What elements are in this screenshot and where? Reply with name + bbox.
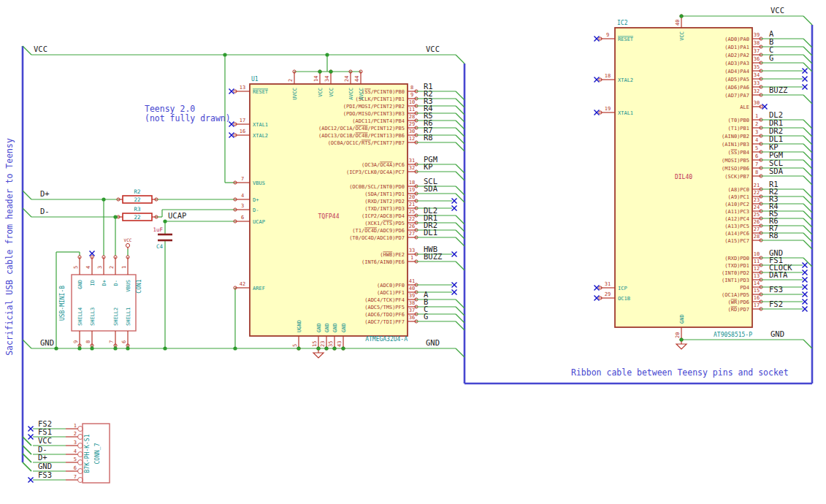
bus-entry [803, 160, 812, 169]
net-label-SDA: SDA [424, 184, 438, 193]
junction-dot [329, 69, 332, 73]
note-teensy-line2: (not fully drawn) [145, 113, 231, 123]
pin-number: 22 [754, 190, 760, 196]
chip-value-IC2: DIL40 [675, 174, 692, 180]
net-label-D+: D+ [38, 453, 47, 462]
pin-number: 12 [754, 266, 760, 272]
pin-number: 30 [409, 129, 415, 134]
net-label-FS3: FS3 [769, 285, 783, 294]
pin-name: (INT1)PD3 [722, 278, 749, 283]
bus-entry [456, 237, 464, 246]
bus-entry [456, 299, 464, 308]
pin-name: (OC1A)PD5 [722, 292, 749, 298]
pin-number: 22 [409, 216, 415, 222]
pin-name: GND [77, 280, 83, 289]
pin-name: (MOSI)PB5 [722, 158, 749, 164]
net-label-D-: D- [40, 207, 50, 215]
bus-entry [456, 314, 464, 323]
pin-number: 18 [409, 180, 415, 186]
pin-number: 1 [121, 266, 127, 269]
pin-name: AVCC [359, 88, 364, 100]
bus-entry [456, 186, 464, 195]
pin-number: 28 [409, 114, 415, 120]
bus-entry [23, 437, 31, 446]
pin-number: 18 [605, 73, 611, 79]
pin-name: (PDI/MOSI/PCINT2)PB2 [343, 104, 405, 110]
junction-dot [332, 346, 336, 350]
capacitor-ref: C4 [156, 243, 164, 250]
bus-entry [456, 135, 464, 144]
pin-number: 16 [240, 129, 245, 134]
pin-name: (ADC1)PF1 [377, 290, 405, 296]
net-label-VCC: VCC [34, 45, 47, 53]
bus-entry [23, 208, 31, 217]
pin-name: VCC [329, 88, 334, 97]
pin-number: 4 [241, 193, 244, 199]
pin-number: 24 [754, 205, 760, 210]
junction-dot [341, 346, 345, 350]
pin-number: 1 [410, 255, 413, 261]
pin-number: 11 [409, 107, 415, 112]
pin-number: 32 [754, 88, 760, 94]
junction-dot [318, 69, 321, 73]
bus-entry [23, 191, 31, 199]
pin-number: 37 [754, 48, 760, 54]
pin-name: (A9)PC1 [727, 194, 749, 200]
pin-number: 19 [605, 106, 611, 112]
chip-part-IC2: AT90S8515-P [714, 332, 752, 338]
pin-name: D+ [253, 197, 259, 203]
bus-entry [456, 164, 464, 173]
net-label-GND: GND [426, 338, 440, 347]
pin-name: ALE [740, 104, 749, 110]
pin-name: XTAL2 [618, 77, 633, 83]
pin-name: GND [332, 323, 338, 332]
bus-entry [456, 261, 464, 270]
bus-entry [803, 95, 812, 104]
pin-number: 2 [755, 121, 758, 127]
pin-number: 23 [320, 341, 326, 347]
pin-number: 25 [409, 209, 415, 215]
junction-dot [679, 14, 683, 18]
pin-number: 5 [292, 344, 298, 347]
schematic-svg: U1TQFP44ATMEGA32U4-A13RESET17XTAL116XTAL… [0, 0, 826, 504]
chip-ref-IC2: IC2 [617, 20, 628, 26]
pin-number: 8 [85, 340, 91, 343]
pin-number: 34 [324, 76, 330, 82]
bus-entry [803, 196, 812, 205]
pin-number: 1 [74, 423, 77, 429]
bus-entry [456, 307, 464, 316]
pin-number: 43 [337, 341, 343, 347]
net-label-VCC: VCC [426, 45, 440, 53]
bus-entry [456, 128, 464, 137]
pin-number: 33 [754, 80, 760, 86]
pin-name: (MISO)PB6 [722, 166, 749, 172]
pin-number: 2 [109, 266, 115, 269]
pin-name: (ADC12/OC1A/OC4B/PCINT12)PB5 [318, 126, 405, 131]
pin-name: (ICP3/CLK0/OC4A)PC7 [346, 169, 405, 175]
bus-entry [456, 172, 464, 180]
pin-number: 36 [409, 315, 415, 321]
connector-ref-CON1: CON1 [136, 279, 142, 293]
bus-entry [23, 46, 31, 55]
bus-entry [456, 142, 464, 151]
junction-dot [316, 346, 320, 350]
pin-name: SHELL4 [77, 308, 83, 326]
bus-entry [23, 446, 31, 454]
pin-name: (XCK1/CTS)PD5 [364, 221, 405, 226]
pin-number: 9 [73, 340, 79, 343]
pin-number: 10 [754, 251, 760, 257]
pin-number: 14 [754, 280, 760, 286]
pin-name: (SS)PB4 [727, 150, 749, 156]
pin-number: 39 [409, 293, 415, 299]
pin-number: 41 [409, 278, 415, 284]
pin-number: 6 [121, 340, 127, 343]
pin-name: (ADC7/TDI)PF7 [364, 319, 405, 325]
bus-entry [456, 223, 464, 232]
pin-name: (A8)PC0 [727, 187, 749, 193]
bus-entry [456, 55, 464, 64]
pin-number: 30 [754, 100, 760, 106]
pin-number: 10 [409, 99, 415, 105]
pin-number: 35 [754, 64, 760, 70]
chip-ref-U1: U1 [251, 76, 259, 83]
net-label-G: G [769, 53, 773, 62]
